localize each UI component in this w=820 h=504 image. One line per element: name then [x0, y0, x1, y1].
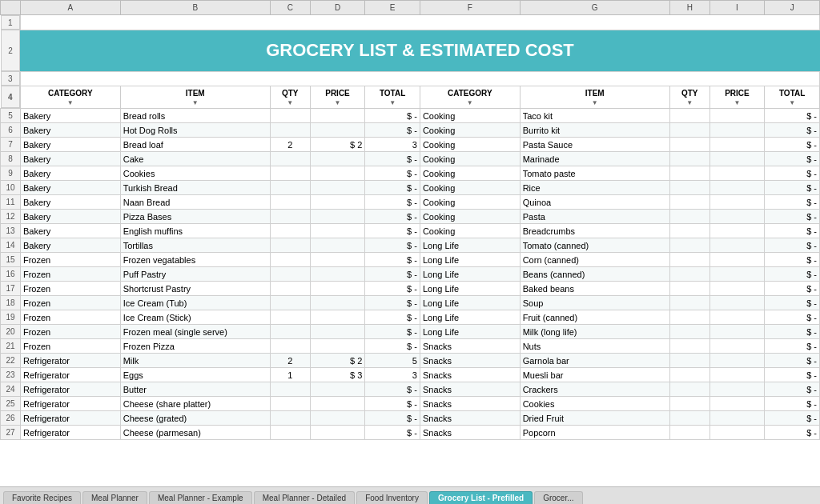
cell-total2[interactable]: $ - — [765, 325, 820, 339]
table-row[interactable]: 25 Refrigerator Cheese (share platter) $… — [1, 397, 820, 411]
cell-total1[interactable]: $ - — [365, 310, 420, 325]
table-row[interactable]: 18 Frozen Ice Cream (Tub) $ - Long Life … — [1, 296, 820, 310]
col-header-d[interactable]: D — [310, 1, 365, 15]
cell-qty2[interactable] — [669, 109, 709, 123]
cell-total2[interactable]: $ - — [765, 181, 820, 195]
cell-total2[interactable]: $ - — [765, 382, 820, 397]
table-row[interactable]: 15 Frozen Frozen vegatables $ - Long Lif… — [1, 253, 820, 267]
cell-cat2[interactable]: Long Life — [420, 310, 520, 325]
cell-item2[interactable]: Pasta Sauce — [520, 138, 669, 152]
cell-cat2[interactable]: Long Life — [420, 238, 520, 253]
cell-item1[interactable]: Frozen vegatables — [120, 253, 270, 267]
cell-total2[interactable]: $ - — [765, 354, 820, 368]
cell-total1[interactable]: 5 — [365, 354, 420, 368]
cell-qty2[interactable] — [669, 368, 709, 382]
cell-item2[interactable]: Crackers — [520, 382, 669, 397]
cell-item2[interactable]: Milk (long life) — [520, 325, 669, 339]
cell-qty1[interactable] — [270, 411, 310, 426]
cell-price2[interactable] — [709, 325, 765, 339]
cell-price2[interactable] — [709, 109, 765, 123]
cell-qty1[interactable] — [270, 267, 310, 282]
cell-price1[interactable] — [310, 267, 365, 282]
cell-item2[interactable]: Taco kit — [520, 109, 669, 123]
tab-item[interactable]: Food Inventory — [356, 491, 428, 504]
cell-total2[interactable]: $ - — [765, 426, 820, 440]
cell-item1[interactable]: Cookies — [120, 166, 270, 181]
cell-qty2[interactable] — [669, 267, 709, 282]
cell-price1[interactable] — [310, 382, 365, 397]
cell-item1[interactable]: Milk — [120, 354, 270, 368]
cell-price1[interactable] — [310, 426, 365, 440]
cell-item1[interactable]: English muffins — [120, 224, 270, 238]
table-row[interactable]: 9 Bakery Cookies $ - Cooking Tomato past… — [1, 166, 820, 181]
cell-cat1[interactable]: Frozen — [20, 325, 120, 339]
cell-price1[interactable] — [310, 152, 365, 166]
cell-cat1[interactable]: Frozen — [20, 253, 120, 267]
cell-total2[interactable]: $ - — [765, 195, 820, 210]
cell-qty2[interactable] — [669, 325, 709, 339]
cell-cat2[interactable]: Cooking — [420, 210, 520, 224]
dropdown-arrow-qty1[interactable]: ▼ — [287, 99, 293, 106]
cell-total1[interactable]: $ - — [365, 109, 420, 123]
cell-cat1[interactable]: Frozen — [20, 282, 120, 296]
cell-price1[interactable]: $ 3 — [310, 368, 365, 382]
cell-item2[interactable]: Tomato paste — [520, 166, 669, 181]
cell-item2[interactable]: Soup — [520, 296, 669, 310]
cell-cat2[interactable]: Snacks — [420, 382, 520, 397]
dropdown-arrow-total2[interactable]: ▼ — [789, 99, 795, 106]
cell-qty1[interactable] — [270, 296, 310, 310]
cell-qty2[interactable] — [669, 282, 709, 296]
cell-qty2[interactable] — [669, 296, 709, 310]
col-header-e[interactable]: E — [365, 1, 420, 15]
cell-item1[interactable]: Hot Dog Rolls — [120, 123, 270, 138]
cell-item2[interactable]: Nuts — [520, 339, 669, 354]
cell-qty2[interactable] — [669, 195, 709, 210]
header-price1[interactable]: PRICE ▼ — [310, 86, 365, 109]
cell-qty2[interactable] — [669, 166, 709, 181]
cell-cat1[interactable]: Refrigerator — [20, 382, 120, 397]
cell-item1[interactable]: Tortillas — [120, 238, 270, 253]
cell-cat1[interactable]: Bakery — [20, 224, 120, 238]
cell-price2[interactable] — [709, 224, 765, 238]
cell-total1[interactable]: $ - — [365, 382, 420, 397]
col-header-g[interactable]: G — [520, 1, 669, 15]
cell-qty2[interactable] — [669, 382, 709, 397]
cell-price2[interactable] — [709, 138, 765, 152]
cell-item1[interactable]: Butter — [120, 382, 270, 397]
cell-total2[interactable]: $ - — [765, 138, 820, 152]
cell-qty1[interactable]: 2 — [270, 138, 310, 152]
cell-cat2[interactable]: Long Life — [420, 296, 520, 310]
cell-price2[interactable] — [709, 426, 765, 440]
cell-total1[interactable]: $ - — [365, 238, 420, 253]
cell-price1[interactable] — [310, 181, 365, 195]
tab-item[interactable]: Meal Planner — [82, 491, 147, 504]
cell-item2[interactable]: Tomato (canned) — [520, 238, 669, 253]
cell-price1[interactable] — [310, 166, 365, 181]
cell-item2[interactable]: Baked beans — [520, 282, 669, 296]
cell-total2[interactable]: $ - — [765, 166, 820, 181]
cell-item2[interactable]: Breadcrumbs — [520, 224, 669, 238]
cell-cat2[interactable]: Snacks — [420, 354, 520, 368]
cell-item2[interactable]: Marinade — [520, 152, 669, 166]
dropdown-arrow-cat2[interactable]: ▼ — [467, 99, 473, 106]
cell-total1[interactable]: $ - — [365, 296, 420, 310]
dropdown-arrow-total1[interactable]: ▼ — [389, 99, 396, 106]
cell-cat1[interactable]: Bakery — [20, 109, 120, 123]
col-header-f[interactable]: F — [420, 1, 520, 15]
cell-item1[interactable]: Cheese (parmesan) — [120, 426, 270, 440]
cell-total2[interactable]: $ - — [765, 397, 820, 411]
cell-item2[interactable]: Rice — [520, 181, 669, 195]
cell-item2[interactable]: Dried Fruit — [520, 411, 669, 426]
cell-item1[interactable]: Cake — [120, 152, 270, 166]
cell-total1[interactable]: $ - — [365, 166, 420, 181]
cell-item1[interactable]: Bread loaf — [120, 138, 270, 152]
cell-cat2[interactable]: Cooking — [420, 123, 520, 138]
cell-cat2[interactable]: Long Life — [420, 325, 520, 339]
cell-price1[interactable] — [310, 210, 365, 224]
cell-item1[interactable]: Puff Pastry — [120, 267, 270, 282]
table-row[interactable]: 12 Bakery Pizza Bases $ - Cooking Pasta … — [1, 210, 820, 224]
cell-price2[interactable] — [709, 253, 765, 267]
cell-cat1[interactable]: Refrigerator — [20, 411, 120, 426]
cell-cat1[interactable]: Frozen — [20, 339, 120, 354]
cell-total1[interactable]: $ - — [365, 282, 420, 296]
